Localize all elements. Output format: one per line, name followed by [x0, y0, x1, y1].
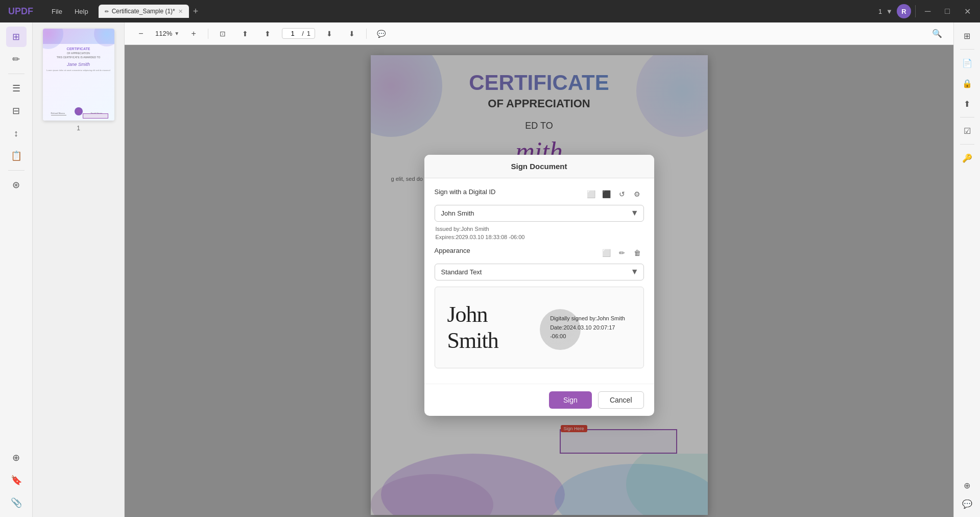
next-page-button[interactable]: ⬇ [321, 26, 338, 42]
digital-id-settings-btn[interactable]: ⚙ [631, 187, 644, 201]
right-doc-icon[interactable]: 📄 [958, 54, 976, 72]
thumbnail-panel: CERTIFICATE OF APPRECIATION THIS CERTIFI… [33, 22, 125, 517]
zoom-dropdown-arrow[interactable]: ▼ [174, 31, 179, 36]
id-expires-info: Expires:2029.03.10 18:33:08 -06:00 [435, 234, 644, 240]
digital-id-import-btn[interactable]: ⬜ [585, 187, 598, 201]
thumbnail-page-number: 1 [77, 125, 80, 132]
first-page-button[interactable]: ⬆ [237, 26, 253, 42]
toolbar: − 112% ▼ + ⊡ ⬆ ⬆ / 1 ⬇ ⬇ 💬 🔍 [125, 22, 953, 45]
thumb-cert-name: Jane Smith [46, 62, 110, 67]
sidebar-clipboard-icon[interactable]: 📋 [6, 146, 27, 166]
thumb-cert-subtitle: OF APPRECIATION [46, 52, 110, 55]
preview-signed-by: Digitally signed by:John Smith [550, 314, 631, 323]
zoom-out-button[interactable]: − [133, 26, 149, 42]
sidebar-stamp-icon[interactable]: ⊛ [6, 175, 27, 195]
comment-button[interactable]: 💬 [373, 26, 389, 42]
sidebar-table-icon[interactable]: ⊟ [6, 101, 27, 121]
digital-id-export-btn[interactable]: ⬛ [600, 187, 613, 201]
appearance-section-header: Appearance ⬜ ✏ 🗑 [435, 246, 644, 260]
right-check-icon[interactable]: ☑ [958, 122, 976, 140]
zoom-in-button[interactable]: + [185, 26, 202, 42]
right-key-icon[interactable]: 🔑 [958, 149, 976, 167]
right-divider-2 [960, 117, 974, 118]
signature-preview: John Smith Digitally signed by:John Smit… [435, 287, 644, 368]
search-button[interactable]: 🔍 [929, 26, 945, 42]
right-divider-1 [960, 49, 974, 50]
minimize-button[interactable]: ─ [920, 5, 936, 18]
preview-content: John Smith Digitally signed by:John Smit… [435, 291, 643, 364]
sidebar-list-icon[interactable]: ☰ [6, 78, 27, 99]
modal-title: Sign Document [511, 162, 567, 171]
digital-id-refresh-btn[interactable]: ↺ [615, 187, 629, 201]
prev-page-button[interactable]: ⬆ [259, 26, 276, 42]
close-button[interactable]: ✕ [959, 5, 976, 18]
tab-add-button[interactable]: + [189, 6, 203, 17]
content-wrapper: − 112% ▼ + ⊡ ⬆ ⬆ / 1 ⬇ ⬇ 💬 🔍 [125, 22, 953, 517]
sidebar-sort-icon[interactable]: ↕ [6, 123, 27, 144]
appearance-edit-btn[interactable]: ✏ [615, 246, 629, 260]
right-comment-icon[interactable]: 💬 [958, 495, 976, 513]
maximize-button[interactable]: □ [940, 5, 955, 18]
appearance-dropdown-wrapper: Standard Text ▼ [435, 264, 644, 280]
pdf-view: CERTIFICATE OF APPRECIATION ED TO mith g… [125, 45, 953, 517]
page-separator: / [302, 30, 304, 37]
thumb-cert-title: CERTIFICATE [46, 47, 110, 51]
right-lock-icon[interactable]: 🔒 [958, 74, 976, 92]
zoom-display: 112% ▼ [155, 30, 179, 37]
fit-to-page-button[interactable]: ⊡ [214, 26, 231, 42]
sidebar-thumbnail-icon[interactable]: ⊞ [6, 27, 27, 47]
thumb-seal [75, 107, 83, 115]
sidebar-layers-icon[interactable]: ⊕ [6, 448, 27, 468]
page-input[interactable] [286, 30, 299, 37]
preview-digital-info: Digitally signed by:John Smith Date:2024… [550, 314, 631, 341]
modal-overlay: Sign Document Sign with a Digital ID ⬜ ⬛… [371, 55, 708, 515]
last-page-button[interactable]: ⬇ [344, 26, 360, 42]
tab-bar: ✏ Certificate_Sample (1)* ✕ + [99, 5, 203, 18]
menu-file[interactable]: File [45, 6, 68, 17]
right-layers-icon[interactable]: ⊕ [958, 476, 976, 495]
appearance-label: Appearance [435, 247, 470, 254]
cancel-button[interactable]: Cancel [598, 391, 644, 409]
titlebar-right: 1 ▼ R ─ □ ✕ [878, 4, 976, 18]
preview-date: Date:2024.03.10 20:07:17 -06:00 [550, 323, 631, 340]
right-grid-icon[interactable]: ⊞ [958, 27, 976, 45]
sidebar-divider-1 [8, 74, 25, 74]
digital-id-section-header: Sign with a Digital ID ⬜ ⬛ ↺ ⚙ [435, 187, 644, 201]
tab-certificate[interactable]: ✏ Certificate_Sample (1)* ✕ [99, 5, 189, 18]
sidebar-attach-icon[interactable]: 📎 [6, 492, 27, 513]
digital-id-icons: ⬜ ⬛ ↺ ⚙ [585, 187, 644, 201]
sign-button[interactable]: Sign [549, 391, 592, 409]
appearance-icons: ⬜ ✏ 🗑 [600, 246, 644, 260]
sidebar-bookmark-icon[interactable]: 🔖 [6, 470, 27, 490]
page-input-wrapper: / 1 [282, 28, 315, 39]
thumbnail-cert-preview: CERTIFICATE OF APPRECIATION THIS CERTIFI… [43, 29, 114, 121]
sidebar-divider-2 [8, 170, 25, 171]
page-total: 1 [307, 30, 310, 37]
tab-edit-icon: ✏ [105, 9, 109, 14]
modal-footer: Sign Cancel [424, 384, 654, 416]
appearance-dropdown[interactable]: Standard Text [435, 264, 644, 280]
appearance-add-btn[interactable]: ⬜ [600, 246, 613, 260]
page-number-display: 1 [878, 8, 882, 15]
sidebar-edit-icon[interactable]: ✏ [6, 49, 27, 69]
digital-id-dropdown-wrapper: John Smith ▼ [435, 205, 644, 222]
avatar[interactable]: R [897, 4, 911, 18]
modal-header: Sign Document [424, 155, 654, 178]
digital-id-dropdown[interactable]: John Smith [435, 205, 644, 222]
right-bottom-icons: ⊕ 💬 [958, 476, 976, 513]
thumb-cert-body: Lorem ipsum dolor sit amet consectetur a… [46, 69, 110, 72]
appearance-delete-btn[interactable]: 🗑 [631, 246, 644, 260]
right-upload-icon[interactable]: ⬆ [958, 95, 976, 113]
right-sidebar: ⊞ 📄 🔒 ⬆ ☑ 🔑 ⊕ 💬 [953, 22, 980, 517]
titlebar: UPDF File Help ✏ Certificate_Sample (1)*… [0, 0, 980, 22]
thumbnail-page-1[interactable]: CERTIFICATE OF APPRECIATION THIS CERTIFI… [43, 29, 114, 132]
id-issued-info: Issued by:John Smith [435, 226, 644, 232]
right-divider-3 [960, 144, 974, 145]
digital-id-label: Sign with a Digital ID [435, 188, 496, 196]
menu-help[interactable]: Help [68, 6, 94, 17]
pdf-page: CERTIFICATE OF APPRECIATION ED TO mith g… [371, 55, 708, 515]
tab-close-icon[interactable]: ✕ [178, 8, 183, 15]
preview-signature-name: John Smith [447, 301, 542, 354]
modal-body: Sign with a Digital ID ⬜ ⬛ ↺ ⚙ [424, 178, 654, 384]
thumbnail-frame: CERTIFICATE OF APPRECIATION THIS CERTIFI… [43, 29, 114, 121]
